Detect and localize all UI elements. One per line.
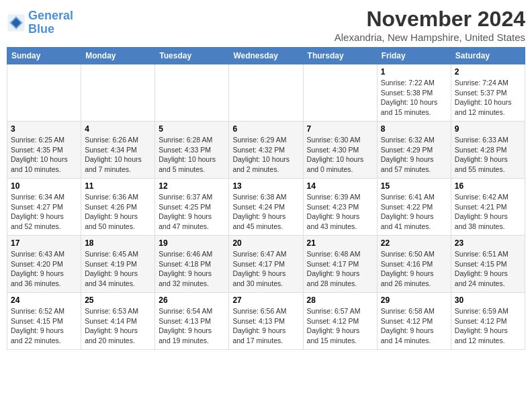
calendar-cell <box>155 64 229 122</box>
calendar-cell: 19Sunrise: 6:46 AM Sunset: 4:18 PM Dayli… <box>155 236 229 293</box>
day-number: 12 <box>159 181 225 191</box>
calendar-cell: 14Sunrise: 6:39 AM Sunset: 4:23 PM Dayli… <box>303 179 377 236</box>
weekday-header-cell: Saturday <box>451 48 525 64</box>
calendar-cell: 24Sunrise: 6:52 AM Sunset: 4:15 PM Dayli… <box>7 293 81 350</box>
logo-icon <box>7 13 26 32</box>
calendar-cell: 6Sunrise: 6:29 AM Sunset: 4:32 PM Daylig… <box>229 122 303 179</box>
calendar-cell: 26Sunrise: 6:54 AM Sunset: 4:13 PM Dayli… <box>155 293 229 350</box>
day-info: Sunrise: 6:58 AM Sunset: 4:12 PM Dayligh… <box>381 306 447 346</box>
day-info: Sunrise: 6:42 AM Sunset: 4:21 PM Dayligh… <box>455 192 521 232</box>
day-number: 17 <box>11 238 77 248</box>
day-info: Sunrise: 6:57 AM Sunset: 4:12 PM Dayligh… <box>307 306 373 346</box>
calendar-cell <box>81 64 155 122</box>
day-number: 7 <box>307 124 373 134</box>
day-info: Sunrise: 6:33 AM Sunset: 4:28 PM Dayligh… <box>455 135 521 175</box>
day-number: 21 <box>307 238 373 248</box>
day-info: Sunrise: 6:26 AM Sunset: 4:34 PM Dayligh… <box>85 135 151 175</box>
weekday-header-cell: Thursday <box>303 48 377 64</box>
day-number: 28 <box>307 295 373 305</box>
calendar-week-row: 17Sunrise: 6:43 AM Sunset: 4:20 PM Dayli… <box>7 236 525 293</box>
day-info: Sunrise: 6:36 AM Sunset: 4:26 PM Dayligh… <box>85 192 151 232</box>
day-info: Sunrise: 6:48 AM Sunset: 4:17 PM Dayligh… <box>307 249 373 289</box>
day-info: Sunrise: 6:45 AM Sunset: 4:19 PM Dayligh… <box>85 249 151 289</box>
calendar-cell: 12Sunrise: 6:37 AM Sunset: 4:25 PM Dayli… <box>155 179 229 236</box>
calendar-cell: 9Sunrise: 6:33 AM Sunset: 4:28 PM Daylig… <box>451 122 525 179</box>
month-title: November 2024 <box>335 7 525 32</box>
location-title: Alexandria, New Hampshire, United States <box>335 32 525 43</box>
day-number: 27 <box>232 295 299 305</box>
calendar-cell: 11Sunrise: 6:36 AM Sunset: 4:26 PM Dayli… <box>81 179 155 236</box>
logo-text: General Blue <box>28 9 73 36</box>
day-number: 24 <box>11 295 77 305</box>
calendar-table: SundayMondayTuesdayWednesdayThursdayFrid… <box>7 47 525 350</box>
day-number: 2 <box>455 67 521 77</box>
weekday-header-cell: Friday <box>377 48 451 64</box>
calendar-cell: 16Sunrise: 6:42 AM Sunset: 4:21 PM Dayli… <box>451 179 525 236</box>
calendar-cell: 7Sunrise: 6:30 AM Sunset: 4:30 PM Daylig… <box>303 122 377 179</box>
calendar-cell: 18Sunrise: 6:45 AM Sunset: 4:19 PM Dayli… <box>81 236 155 293</box>
day-number: 15 <box>381 181 447 191</box>
day-number: 23 <box>455 238 521 248</box>
day-number: 4 <box>85 124 151 134</box>
calendar-week-row: 10Sunrise: 6:34 AM Sunset: 4:27 PM Dayli… <box>7 179 525 236</box>
calendar-cell: 5Sunrise: 6:28 AM Sunset: 4:33 PM Daylig… <box>155 122 229 179</box>
calendar-cell: 21Sunrise: 6:48 AM Sunset: 4:17 PM Dayli… <box>303 236 377 293</box>
day-info: Sunrise: 6:30 AM Sunset: 4:30 PM Dayligh… <box>307 135 373 175</box>
day-number: 22 <box>381 238 447 248</box>
calendar-cell: 30Sunrise: 6:59 AM Sunset: 4:12 PM Dayli… <box>451 293 525 350</box>
day-number: 5 <box>159 124 225 134</box>
day-number: 26 <box>159 295 225 305</box>
day-number: 14 <box>307 181 373 191</box>
day-info: Sunrise: 6:34 AM Sunset: 4:27 PM Dayligh… <box>11 192 77 232</box>
day-number: 13 <box>232 181 299 191</box>
day-number: 30 <box>455 295 521 305</box>
day-info: Sunrise: 6:46 AM Sunset: 4:18 PM Dayligh… <box>159 249 225 289</box>
day-number: 19 <box>159 238 225 248</box>
day-number: 1 <box>381 67 447 77</box>
day-info: Sunrise: 6:28 AM Sunset: 4:33 PM Dayligh… <box>159 135 225 175</box>
day-info: Sunrise: 7:22 AM Sunset: 5:38 PM Dayligh… <box>381 78 447 118</box>
day-number: 16 <box>455 181 521 191</box>
day-info: Sunrise: 6:32 AM Sunset: 4:29 PM Dayligh… <box>381 135 447 175</box>
logo: General Blue <box>7 9 73 36</box>
weekday-header-cell: Wednesday <box>229 48 303 64</box>
calendar-cell: 4Sunrise: 6:26 AM Sunset: 4:34 PM Daylig… <box>81 122 155 179</box>
calendar-cell: 3Sunrise: 6:25 AM Sunset: 4:35 PM Daylig… <box>7 122 81 179</box>
calendar-week-row: 3Sunrise: 6:25 AM Sunset: 4:35 PM Daylig… <box>7 122 525 179</box>
day-info: Sunrise: 6:47 AM Sunset: 4:17 PM Dayligh… <box>232 249 299 289</box>
calendar-cell <box>303 64 377 122</box>
calendar-cell: 29Sunrise: 6:58 AM Sunset: 4:12 PM Dayli… <box>377 293 451 350</box>
day-info: Sunrise: 6:56 AM Sunset: 4:13 PM Dayligh… <box>232 306 299 346</box>
calendar-cell: 22Sunrise: 6:50 AM Sunset: 4:16 PM Dayli… <box>377 236 451 293</box>
day-info: Sunrise: 6:54 AM Sunset: 4:13 PM Dayligh… <box>159 306 225 346</box>
day-info: Sunrise: 6:50 AM Sunset: 4:16 PM Dayligh… <box>381 249 447 289</box>
day-number: 18 <box>85 238 151 248</box>
day-info: Sunrise: 6:39 AM Sunset: 4:23 PM Dayligh… <box>307 192 373 232</box>
calendar-cell: 25Sunrise: 6:53 AM Sunset: 4:14 PM Dayli… <box>81 293 155 350</box>
day-number: 25 <box>85 295 151 305</box>
calendar-week-row: 1Sunrise: 7:22 AM Sunset: 5:38 PM Daylig… <box>7 64 525 122</box>
day-number: 6 <box>232 124 299 134</box>
day-info: Sunrise: 6:29 AM Sunset: 4:32 PM Dayligh… <box>232 135 299 175</box>
day-number: 9 <box>455 124 521 134</box>
weekday-header-cell: Monday <box>81 48 155 64</box>
day-info: Sunrise: 6:51 AM Sunset: 4:15 PM Dayligh… <box>455 249 521 289</box>
calendar-cell: 20Sunrise: 6:47 AM Sunset: 4:17 PM Dayli… <box>229 236 303 293</box>
day-number: 29 <box>381 295 447 305</box>
calendar-cell: 2Sunrise: 7:24 AM Sunset: 5:37 PM Daylig… <box>451 64 525 122</box>
day-info: Sunrise: 6:37 AM Sunset: 4:25 PM Dayligh… <box>159 192 225 232</box>
calendar-cell: 13Sunrise: 6:38 AM Sunset: 4:24 PM Dayli… <box>229 179 303 236</box>
day-number: 10 <box>11 181 77 191</box>
calendar-cell: 1Sunrise: 7:22 AM Sunset: 5:38 PM Daylig… <box>377 64 451 122</box>
day-number: 20 <box>232 238 299 248</box>
calendar-cell <box>7 64 81 122</box>
day-info: Sunrise: 7:24 AM Sunset: 5:37 PM Dayligh… <box>455 78 521 118</box>
day-info: Sunrise: 6:43 AM Sunset: 4:20 PM Dayligh… <box>11 249 77 289</box>
calendar-cell: 17Sunrise: 6:43 AM Sunset: 4:20 PM Dayli… <box>7 236 81 293</box>
day-info: Sunrise: 6:59 AM Sunset: 4:12 PM Dayligh… <box>455 306 521 346</box>
day-info: Sunrise: 6:25 AM Sunset: 4:35 PM Dayligh… <box>11 135 77 175</box>
calendar-cell: 8Sunrise: 6:32 AM Sunset: 4:29 PM Daylig… <box>377 122 451 179</box>
calendar-cell <box>229 64 303 122</box>
calendar-cell: 23Sunrise: 6:51 AM Sunset: 4:15 PM Dayli… <box>451 236 525 293</box>
day-info: Sunrise: 6:41 AM Sunset: 4:22 PM Dayligh… <box>381 192 447 232</box>
